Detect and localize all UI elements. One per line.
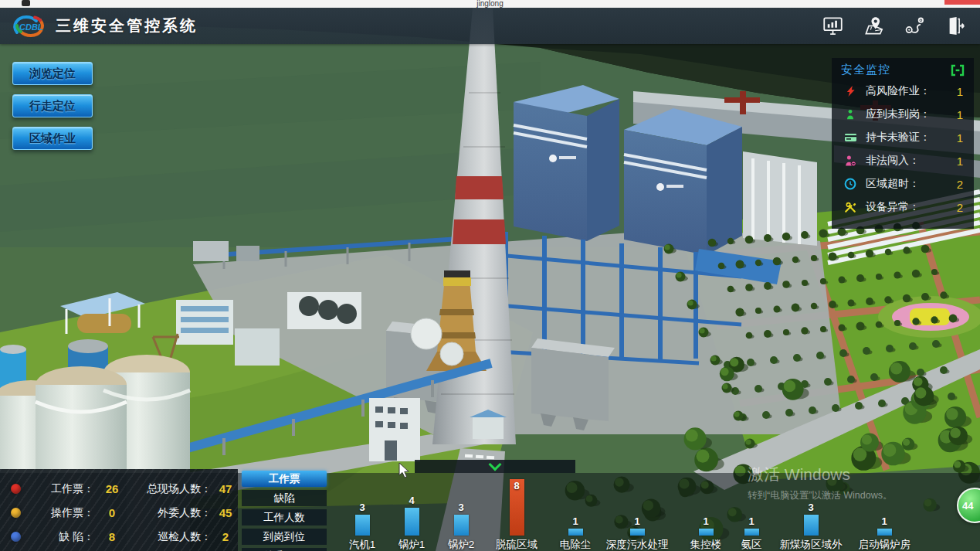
security-item-value: 2 xyxy=(951,178,963,191)
window-app-icon xyxy=(22,0,30,6)
security-item-value: 1 xyxy=(951,85,963,98)
chart-bar-2[interactable] xyxy=(454,515,469,536)
route-track-icon[interactable] xyxy=(904,15,925,36)
bottom-menu-item-4[interactable]: 外委监控 xyxy=(242,548,327,551)
security-item: 设备异常：2 xyxy=(832,196,974,219)
status-dot xyxy=(11,532,21,542)
stat-value: 26 xyxy=(94,482,130,495)
security-item-label: 应到未到岗： xyxy=(866,107,943,121)
chart-bar-7[interactable] xyxy=(744,529,759,536)
header-toolbar xyxy=(822,8,966,44)
os-title-bar: jinglong xyxy=(0,0,980,8)
security-item-label: 设备异常： xyxy=(866,200,943,214)
watermark-line2: 转到“电脑设置”以激活 Windows。 xyxy=(748,489,893,502)
person-minus-icon xyxy=(843,155,858,167)
status-dot xyxy=(11,484,21,494)
security-items: 高风险作业：1应到未到岗：1持卡未验证：1非法闯入：1区域超时：2设备异常：2 xyxy=(832,80,974,219)
windows-activation-watermark: 激活 Windows 转到“电脑设置”以激活 Windows。 xyxy=(748,464,893,502)
target-bracket-icon[interactable] xyxy=(951,64,965,77)
bottom-menu-item-0[interactable]: 工作票 xyxy=(242,471,327,487)
page-title: 三维安全管控系统 xyxy=(56,15,198,36)
stat-label: 操作票： xyxy=(31,506,94,520)
chart-bar-9[interactable] xyxy=(877,529,892,536)
chart-bar-8[interactable] xyxy=(804,515,819,536)
security-item-value: 2 xyxy=(951,201,963,214)
assistant-badge-value: 44 xyxy=(962,500,973,512)
nav-button-2[interactable]: 区域作业 xyxy=(12,127,93,150)
chart-bar-1[interactable] xyxy=(405,508,419,536)
app-root: jinglong CDBL 三维安全管控系统 xyxy=(0,0,980,551)
stats-row: 工作票：26总现场人数：47 xyxy=(0,477,238,501)
stat-value: 45 xyxy=(212,506,239,519)
bottom-menu-item-1[interactable]: 缺陷 xyxy=(242,490,327,506)
security-item-value: 1 xyxy=(951,108,963,121)
security-panel-header: 安全监控 xyxy=(832,58,974,80)
tools-icon xyxy=(843,201,858,213)
lightning-icon xyxy=(843,85,858,97)
stat-label: 工作票： xyxy=(31,482,94,496)
bottom-menu-item-3[interactable]: 到岗到位 xyxy=(242,529,327,545)
watermark-line1: 激活 Windows xyxy=(748,464,893,485)
security-item-value: 1 xyxy=(951,131,963,145)
stat-value: 0 xyxy=(94,506,130,519)
security-panel-title: 安全监控 xyxy=(841,63,890,77)
dashboard-monitor-icon[interactable] xyxy=(822,15,843,36)
bottom-menu-item-2[interactable]: 工作人数 xyxy=(242,509,327,525)
stat-value: 2 xyxy=(212,530,239,543)
chevron-down-icon xyxy=(489,458,502,471)
stat-label: 巡检人数： xyxy=(130,530,212,544)
chart-bar-4[interactable] xyxy=(568,529,583,536)
nav-button-0[interactable]: 浏览定位 xyxy=(12,62,93,85)
security-item: 区域超时：2 xyxy=(832,172,974,196)
chart-bar-6[interactable] xyxy=(699,529,714,536)
stat-label: 外委人数： xyxy=(130,506,212,520)
chart-bar-5[interactable] xyxy=(630,529,645,536)
site-stats-panel: 工作票：26总现场人数：47操作票：0外委人数：45缺 陷：8巡检人数：2 xyxy=(0,469,238,551)
window-title: jinglong xyxy=(0,0,980,7)
stats-row: 操作票：0外委人数：45 xyxy=(0,501,238,525)
bottom-menu: 工作票缺陷工作人数到岗到位外委监控 xyxy=(242,471,327,551)
svg-text:CDBL: CDBL xyxy=(19,22,43,32)
security-item-label: 高风险作业： xyxy=(866,84,943,98)
window-close-button[interactable] xyxy=(944,0,980,5)
security-item-value: 1 xyxy=(951,155,963,168)
status-dot xyxy=(11,508,21,518)
chart-bar-0[interactable] xyxy=(355,515,370,536)
stat-value: 47 xyxy=(212,482,239,495)
security-item: 非法闯入：1 xyxy=(832,149,974,172)
security-item-label: 非法闯入： xyxy=(866,154,943,168)
clock-icon xyxy=(843,178,858,190)
exit-icon[interactable] xyxy=(945,15,966,36)
nav-button-1[interactable]: 行走定位 xyxy=(12,94,93,117)
map-location-icon[interactable] xyxy=(863,15,884,36)
panel-collapse-strip[interactable] xyxy=(415,460,575,473)
stat-label: 总现场人数： xyxy=(130,482,212,496)
security-item: 持卡未验证：1 xyxy=(832,126,974,149)
chart-bar-3[interactable] xyxy=(510,479,524,536)
app-logo-icon: CDBL xyxy=(11,14,46,39)
security-item-label: 持卡未验证： xyxy=(866,131,943,145)
stat-label: 缺 陷： xyxy=(31,530,94,544)
card-icon xyxy=(843,132,858,143)
app-header: CDBL 三维安全管控系统 xyxy=(0,8,980,44)
stat-value: 8 xyxy=(94,530,130,543)
person-icon xyxy=(843,108,858,121)
security-item-label: 区域超时： xyxy=(866,177,943,191)
security-item: 高风险作业：1 xyxy=(832,80,974,103)
stats-row: 缺 陷：8巡检人数：2 xyxy=(0,525,238,549)
security-item: 应到未到岗：1 xyxy=(832,103,974,126)
security-monitor-panel: 安全监控 高风险作业：1应到未到岗：1持卡未验证：1非法闯入：1区域超时：2设备… xyxy=(832,58,974,229)
